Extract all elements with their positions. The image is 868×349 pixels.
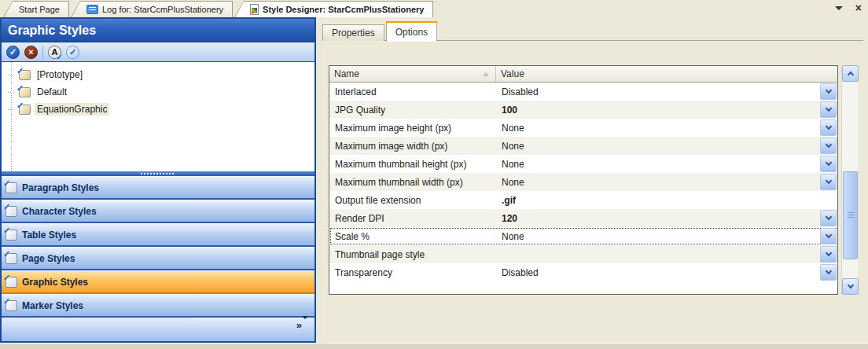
window-tab-bar: Start Page Log for: StarCcmPlusStationer… (0, 0, 868, 17)
tab-log[interactable]: Log for: StarCcmPlusStationery (71, 1, 233, 17)
sidebar-splitter[interactable] (2, 171, 314, 176)
graphic-styles-icon (6, 277, 17, 288)
styles-tree: [Prototype] Default EquationGraphic (2, 62, 314, 171)
table-body: Interlaced Disabled JPG Quality 100 Maxi… (329, 83, 837, 281)
sidebar-item-graphic-styles[interactable]: Graphic Styles (2, 270, 314, 294)
overflow-dropdown-icon (302, 316, 308, 331)
style-designer-icon (250, 4, 259, 15)
tree-item-prototype[interactable]: [Prototype] (2, 66, 314, 83)
paragraph-styles-icon (6, 182, 17, 193)
dropdown-button[interactable] (820, 101, 837, 118)
styles-sidebar: Graphic Styles ✓ × A ✓ [Prototype] Defau… (0, 17, 316, 343)
close-icon[interactable]: × (855, 3, 862, 13)
tab-list-dropdown-icon[interactable] (835, 6, 843, 10)
section-overflow-button[interactable]: » (296, 321, 308, 329)
style-designer-panel: Properties Options Name Value Interlaced… (316, 17, 868, 343)
row-name: Render DPI (329, 213, 496, 224)
toolbar-separator (42, 46, 43, 58)
sidebar-item-character-styles[interactable]: Character Styles (2, 200, 314, 223)
tab-properties[interactable]: Properties (322, 24, 384, 41)
reject-icon[interactable]: × (24, 46, 38, 59)
dropdown-button[interactable] (820, 83, 837, 100)
row-value[interactable]: 100 (496, 105, 837, 116)
scroll-down-icon[interactable] (842, 278, 859, 295)
chevron-up-icon (847, 72, 853, 78)
table-row[interactable]: Maximum image width (px) None (329, 137, 837, 155)
tab-options[interactable]: Options (386, 21, 437, 42)
table-row[interactable]: Output file extension .gif (329, 191, 837, 209)
page-styles-icon (6, 253, 17, 264)
tab-label: Properties (332, 28, 375, 39)
row-value[interactable]: None (496, 177, 837, 188)
table-row[interactable]: Thumbnail page style (329, 245, 837, 263)
dropdown-button[interactable] (820, 138, 837, 154)
table-row[interactable]: Maximum thumbnail height (px) None (329, 155, 837, 173)
tab-style-designer[interactable]: Style Designer: StarCcmPlusStationery (234, 1, 433, 17)
table-row[interactable]: Maximum image height (px) None (329, 119, 837, 137)
column-header-value[interactable]: Value (496, 66, 837, 82)
apply-check-icon[interactable]: ✓ (66, 46, 79, 59)
marker-styles-icon (6, 300, 17, 311)
font-check-icon[interactable]: A (48, 46, 61, 59)
dropdown-button[interactable] (820, 264, 837, 281)
row-value[interactable]: 120 (496, 213, 837, 224)
dropdown-button[interactable] (820, 119, 837, 136)
row-value[interactable]: None (496, 231, 837, 242)
table-styles-icon (6, 230, 17, 241)
scrollbar-thumb[interactable] (843, 171, 858, 259)
table-row[interactable]: Render DPI 120 (329, 209, 837, 227)
table-scrollbar[interactable] (841, 65, 858, 295)
sidebar-title: Graphic Styles (2, 19, 314, 42)
table-row[interactable]: Scale % None (329, 227, 837, 245)
tab-start-page[interactable]: Start Page (3, 1, 69, 17)
sidebar-item-table-styles[interactable]: Table Styles (2, 223, 314, 247)
table-row[interactable]: JPG Quality 100 (329, 101, 837, 119)
table-row[interactable]: Interlaced Disabled (329, 83, 837, 101)
sidebar-item-page-styles[interactable]: Page Styles (2, 247, 314, 270)
approve-check-icon[interactable]: ✓ (6, 46, 20, 59)
table-row[interactable]: Maximum thumbnail width (px) None (329, 173, 837, 191)
row-name: JPG Quality (329, 105, 496, 116)
tree-item-equationgraphic[interactable]: EquationGraphic (2, 101, 314, 118)
row-value[interactable]: None (496, 159, 837, 170)
chevron-down-icon (825, 268, 831, 274)
row-name: Interlaced (329, 86, 496, 97)
section-label: Marker Styles (22, 300, 83, 311)
sidebar-toolbar: ✓ × A ✓ (2, 42, 314, 62)
dropdown-button[interactable] (820, 174, 837, 190)
tab-label: Options (395, 27, 428, 38)
tree-item-default[interactable]: Default (2, 83, 314, 101)
table-row[interactable]: Transparency Disabled (329, 263, 837, 281)
sidebar-item-marker-styles[interactable]: Marker Styles (2, 294, 314, 318)
tab-label: Log for: StarCcmPlusStationery (102, 5, 223, 14)
row-value[interactable]: None (496, 123, 837, 134)
section-label: Character Styles (22, 206, 97, 217)
tree-item-label: Default (35, 86, 69, 98)
row-value[interactable]: .gif (496, 195, 837, 206)
scroll-up-icon[interactable] (842, 65, 859, 82)
row-name: Maximum thumbnail width (px) (329, 177, 496, 188)
row-value[interactable]: Disabled (496, 86, 837, 97)
chevron-down-icon (825, 178, 831, 184)
graphic-style-icon (19, 105, 31, 115)
dropdown-button[interactable] (820, 228, 837, 244)
tab-label: Style Designer: StarCcmPlusStationery (263, 5, 424, 14)
row-value[interactable]: None (496, 141, 837, 152)
dropdown-button[interactable] (820, 156, 837, 172)
chevron-down-icon (825, 232, 831, 238)
row-name: Scale % (329, 231, 496, 242)
row-name: Thumbnail page style (329, 249, 496, 260)
dropdown-button[interactable] (820, 246, 837, 263)
row-value[interactable]: Disabled (496, 267, 837, 278)
column-header-name[interactable]: Name (329, 66, 496, 82)
dropdown-button[interactable] (820, 210, 837, 226)
chevron-down-icon (825, 214, 831, 220)
log-icon (86, 5, 98, 14)
scrollbar-grip-icon (848, 212, 854, 219)
sidebar-item-paragraph-styles[interactable]: Paragraph Styles (2, 176, 314, 200)
row-name: Output file extension (329, 195, 496, 206)
section-label: Paragraph Styles (22, 182, 99, 193)
row-name: Maximum image width (px) (329, 141, 496, 152)
row-name: Transparency (329, 267, 496, 278)
tree-branch-line (8, 75, 15, 75)
